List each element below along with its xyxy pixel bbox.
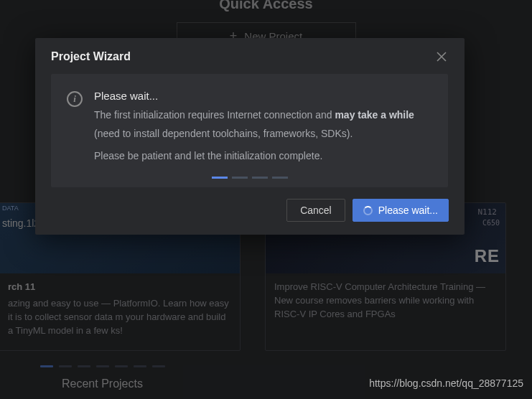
primary-button-label: Please wait... bbox=[378, 205, 438, 216]
close-icon[interactable] bbox=[434, 50, 449, 64]
segment-progress bbox=[212, 177, 288, 179]
spinner-icon bbox=[363, 206, 373, 215]
modal-title: Project Wizard bbox=[51, 50, 131, 63]
cancel-button[interactable]: Cancel bbox=[286, 199, 345, 222]
watermark-text: https://blog.csdn.net/qq_28877125 bbox=[369, 377, 523, 389]
info-icon: i bbox=[67, 91, 83, 107]
project-wizard-modal: Project Wizard i Please wait... The firs… bbox=[35, 38, 465, 235]
info-panel: i Please wait... The first initializatio… bbox=[51, 74, 448, 187]
wait-title: Please wait... bbox=[94, 90, 414, 102]
info-line-1: The first initialization requires Intern… bbox=[94, 108, 414, 123]
info-line-2: (need to install dependent toolchains, f… bbox=[94, 126, 414, 142]
info-line-3: Please be patient and let the initializa… bbox=[94, 149, 414, 164]
please-wait-button[interactable]: Please wait... bbox=[353, 199, 449, 222]
